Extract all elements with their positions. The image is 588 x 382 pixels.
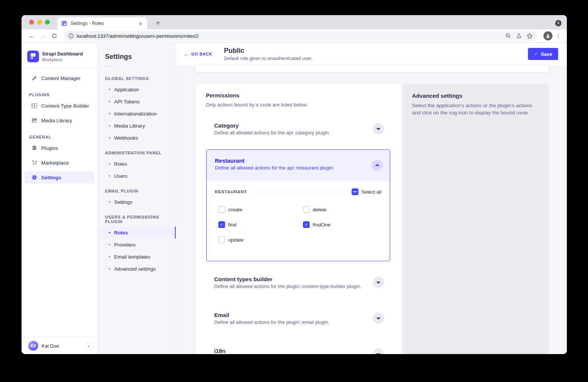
cart-icon [31, 160, 37, 166]
restaurant-actions: ✓ create ✓ delete ✓ find [218, 202, 387, 247]
findone-checkbox[interactable]: ✓ [303, 221, 310, 228]
accordion-email[interactable]: Email Define all allowed actions for the… [206, 307, 392, 330]
collapse-restaurant-button[interactable] [372, 160, 383, 171]
action-label: create [228, 207, 242, 213]
app-name: Strapi Dashboard [42, 51, 83, 57]
zoom-out-button[interactable] [505, 33, 511, 39]
close-window-button[interactable] [29, 20, 34, 25]
address-bar[interactable]: localhost:1337/admin/settings/users-perm… [64, 31, 537, 41]
sidebar-item-plugins[interactable]: Plugins [25, 142, 94, 154]
select-all-label: Select all [361, 189, 381, 195]
bullet-icon [109, 256, 110, 257]
divider [105, 66, 114, 66]
subnav-section-global-settings: GLOBAL SETTINGS [105, 76, 176, 81]
layout-icon [31, 103, 37, 109]
browser-menu-button[interactable]: ⋮ [555, 32, 562, 39]
subnav-item-media-library[interactable]: Media Library [97, 120, 176, 132]
expand-content-types-builder-button[interactable] [373, 277, 384, 288]
action-label: findOne [313, 222, 330, 228]
go-back-link[interactable]: ← GO BACK [184, 51, 212, 57]
action-label: update [228, 237, 244, 243]
sidebar-item-content-type-builder[interactable]: Content-Type Builder [25, 100, 94, 112]
minimize-window-button[interactable] [37, 20, 42, 25]
chevron-down-icon [376, 282, 381, 284]
profile-icon [545, 33, 551, 39]
permissions-subtitle: Only actions bound by a route are listed… [206, 102, 308, 108]
tab-title: Settings - Roles [71, 21, 137, 26]
share-button[interactable] [516, 33, 522, 39]
tab-search-button[interactable]: ▾ [555, 20, 562, 26]
reload-button[interactable] [49, 33, 60, 39]
sidebar-item-label: Settings [41, 175, 61, 180]
user-name: Kai Doe [42, 343, 85, 349]
select-all-checkbox[interactable] [352, 188, 358, 195]
collapse-sidebar-button[interactable]: ‹ [85, 342, 93, 350]
main-panel: ← GO BACK Public Default role given to u… [176, 43, 567, 354]
subnav-item-advanced-settings[interactable]: Advanced settings [97, 263, 176, 275]
bullet-icon [109, 232, 110, 233]
accordion-category[interactable]: Category Define all allowed actions for … [206, 117, 392, 140]
action-label: delete [313, 207, 327, 213]
browser-profile-button[interactable] [543, 31, 553, 40]
subnav-item-label: Application [114, 87, 139, 92]
avatar[interactable]: KD [28, 341, 38, 351]
save-button[interactable]: ✓ Save [528, 48, 558, 60]
bullet-icon [109, 268, 110, 270]
subnav-item-providers[interactable]: Providers [97, 239, 176, 251]
sidebar-item-label: Content Manager [41, 75, 80, 81]
accordion-subtitle: Define all allowed actions for the api::… [215, 165, 390, 171]
window-controls [29, 20, 50, 25]
update-checkbox[interactable]: ✓ [218, 236, 225, 243]
sidebar-item-media-library[interactable]: Media Library [25, 114, 94, 126]
sidebar-section-plugins: PLUGINS [29, 92, 97, 97]
subnav-item-admin-users[interactable]: Users [97, 170, 176, 182]
expand-category-button[interactable] [373, 123, 384, 134]
subnav-item-application[interactable]: Application [97, 83, 176, 96]
advanced-settings-description: Select the application's actions or the … [412, 102, 537, 117]
sidebar-item-content-manager[interactable]: Content Manager [25, 72, 94, 84]
subnav-item-up-roles[interactable]: Roles [97, 226, 176, 239]
bullet-icon [109, 125, 110, 126]
advanced-settings-title: Advanced settings [412, 92, 538, 99]
user-row: KD Kai Doe ‹ [22, 337, 97, 354]
save-button-label: Save [541, 51, 552, 57]
site-info-icon[interactable] [68, 33, 74, 39]
chevron-up-icon [375, 164, 380, 166]
expand-email-button[interactable] [373, 313, 384, 324]
sidebar-item-marketplace[interactable]: Marketplace [25, 157, 94, 169]
chevron-down-icon [376, 353, 381, 354]
workspace-switcher[interactable]: Strapi Dashboard Workplace [27, 48, 97, 65]
url-text[interactable]: localhost:1337/admin/settings/users-perm… [77, 33, 501, 39]
create-checkbox[interactable]: ✓ [218, 206, 225, 213]
subnav-item-email-templates[interactable]: Email templates [97, 251, 176, 263]
app-content: Strapi Dashboard Workplace Content Manag… [22, 43, 567, 354]
subnav-item-email-settings[interactable]: Settings [97, 196, 176, 208]
subnav-item-internationalization[interactable]: Internationalization [97, 108, 176, 120]
accordion-subtitle: Define all allowed actions for the api::… [214, 130, 392, 136]
accordion-subtitle: Define all allowed actions for the plugi… [214, 283, 392, 289]
delete-checkbox[interactable]: ✓ [303, 206, 310, 213]
accordion-title: Content types builder [214, 276, 392, 282]
subnav-item-api-tokens[interactable]: API Tokens [97, 96, 176, 108]
accordion-content-types-builder[interactable]: Content types builder Define all allowed… [206, 271, 392, 294]
back-button[interactable]: ← [26, 32, 37, 40]
new-tab-button[interactable]: + [153, 18, 163, 29]
strapi-logo-icon [27, 51, 39, 62]
tab-close-icon[interactable]: × [137, 20, 144, 27]
action-label: find [228, 222, 236, 228]
accordion-title: i18n [214, 348, 392, 354]
action-create: ✓ create [218, 202, 303, 217]
subnav-item-admin-roles[interactable]: Roles [97, 158, 176, 170]
browser-tab[interactable]: Settings - Roles × [57, 17, 147, 29]
sidebar-item-label: Content-Type Builder [41, 103, 89, 109]
find-checkbox[interactable]: ✓ [218, 221, 225, 228]
bookmark-button[interactable] [526, 33, 533, 39]
puzzle-icon [31, 145, 37, 151]
accordion-restaurant-header[interactable]: Restaurant Define all allowed actions fo… [207, 150, 390, 181]
forward-button: → [37, 32, 49, 40]
zoom-window-button[interactable] [45, 20, 50, 25]
sidebar-item-settings[interactable]: Settings [25, 171, 94, 183]
subnav-item-label: Webhooks [114, 135, 138, 141]
subnav-item-webhooks[interactable]: Webhooks [97, 132, 176, 144]
accordion-i18n[interactable]: i18n [206, 342, 392, 354]
